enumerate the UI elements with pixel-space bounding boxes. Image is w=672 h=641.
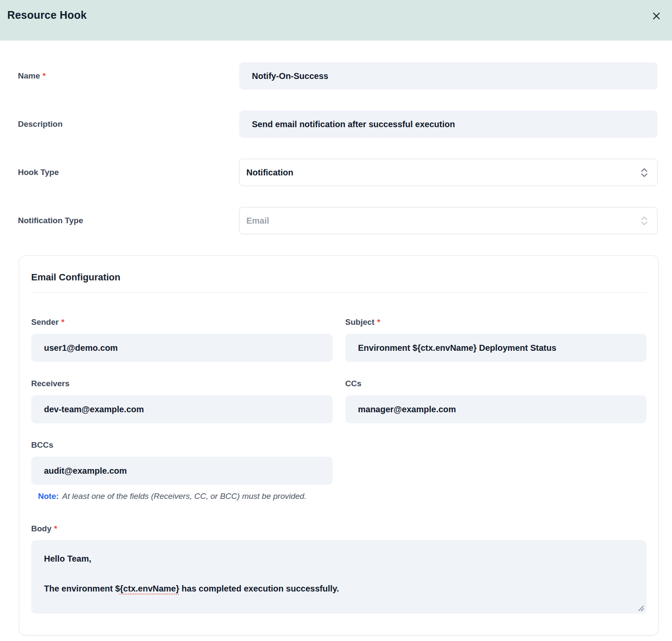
hook-type-label: Hook Type — [18, 168, 239, 177]
note-line: Note:At least one of the fields (Receive… — [38, 492, 646, 501]
subject-field: Subject* — [345, 318, 647, 362]
bccs-input[interactable] — [31, 457, 333, 485]
sender-required-asterisk: * — [61, 318, 64, 326]
name-row: Name* — [18, 62, 657, 90]
sender-input[interactable] — [31, 334, 333, 362]
grid-spacer — [345, 440, 647, 485]
textarea-resize-handle[interactable] — [638, 605, 644, 612]
sender-label-text: Sender — [31, 318, 58, 326]
body-label: Body* — [31, 524, 57, 533]
description-input[interactable] — [239, 111, 657, 138]
dialog-title: Resource Hook — [7, 9, 87, 21]
bccs-field: BCCs — [31, 440, 333, 485]
sender-field: Sender* — [31, 318, 333, 362]
close-button[interactable] — [649, 9, 663, 23]
receivers-label: Receivers — [31, 379, 70, 388]
body-line-2: The environment ${ctx.envName} has compl… — [44, 581, 634, 596]
notification-type-label: Notification Type — [18, 216, 239, 225]
subject-label-text: Subject — [345, 318, 375, 326]
receivers-field: Receivers — [31, 379, 333, 423]
body-required-asterisk: * — [54, 524, 57, 533]
hook-form: Name* Description Hook Type Notification… — [0, 41, 672, 234]
name-label-text: Name — [18, 71, 40, 80]
subject-required-asterisk: * — [377, 318, 380, 326]
ccs-input[interactable] — [345, 395, 647, 423]
receivers-input[interactable] — [31, 395, 333, 423]
hook-type-value: Notification — [246, 168, 293, 178]
note-prefix: Note: — [38, 492, 59, 501]
name-label: Name* — [18, 71, 239, 81]
notification-type-value: Email — [246, 216, 269, 226]
body-label-text: Body — [31, 524, 52, 533]
name-required-asterisk: * — [43, 71, 46, 80]
body-textarea[interactable]: Hello Team, The environment ${ctx.envNam… — [31, 540, 646, 614]
name-input[interactable] — [239, 62, 657, 90]
subject-label: Subject* — [345, 318, 380, 327]
ccs-field: CCs — [345, 379, 647, 423]
notification-type-row: Notification Type Email — [18, 207, 657, 234]
bccs-label: BCCs — [31, 440, 53, 450]
chevron-up-down-icon — [640, 167, 649, 178]
email-config-grid: Sender* Subject* Receivers CCs BCCs — [31, 318, 646, 485]
description-label: Description — [18, 119, 239, 129]
body-line-2-suffix: has completed execution successfully. — [179, 584, 339, 593]
chevron-up-down-icon — [640, 215, 649, 227]
note-text: At least one of the fields (Receivers, C… — [62, 492, 307, 501]
email-configuration-title: Email Configuration — [31, 272, 646, 293]
hook-type-row: Hook Type Notification — [18, 159, 657, 186]
body-line-1: Hello Team, — [44, 551, 634, 566]
description-row: Description — [18, 111, 657, 138]
body-template-token: {ctx.envName} — [120, 584, 179, 593]
subject-input[interactable] — [345, 334, 647, 362]
notification-type-select: Email — [239, 207, 657, 234]
sender-label: Sender* — [31, 318, 64, 327]
body-line-2-prefix: The environment $ — [44, 584, 120, 593]
dialog-header: Resource Hook — [0, 0, 672, 41]
body-field: Body* Hello Team, The environment ${ctx.… — [31, 524, 646, 614]
email-configuration-card: Email Configuration Sender* Subject* Rec… — [19, 255, 659, 635]
close-icon — [651, 16, 662, 23]
ccs-label: CCs — [345, 379, 362, 388]
hook-type-select[interactable]: Notification — [239, 159, 657, 186]
